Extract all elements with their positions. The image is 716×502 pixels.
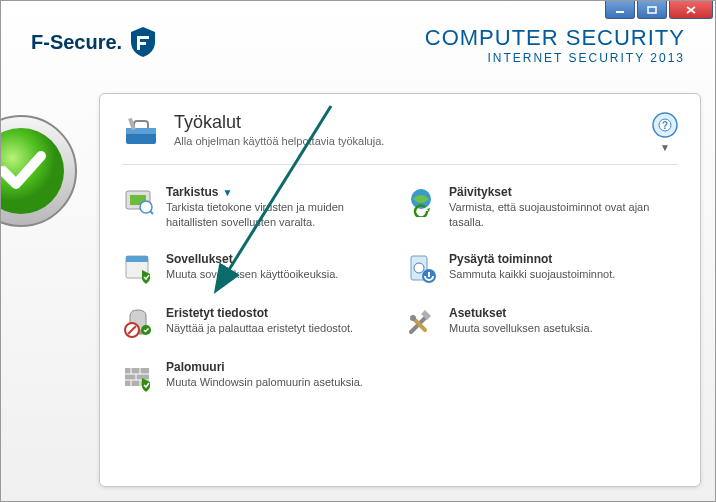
svg-point-27: [410, 315, 416, 321]
maximize-button[interactable]: [637, 1, 667, 19]
tool-scan-title: Tarkistus ▼: [166, 185, 376, 199]
tool-updates-title: Päivitykset: [449, 185, 659, 199]
updates-icon: [405, 185, 437, 217]
svg-rect-8: [126, 128, 156, 134]
tool-scan[interactable]: Tarkistus ▼ Tarkista tietokone virusten …: [122, 185, 395, 230]
panel-subtitle: Alla ohjelman käyttöä helpottavia työkal…: [174, 135, 384, 147]
toolbox-icon: [122, 112, 160, 150]
svg-line-16: [150, 211, 153, 214]
close-button[interactable]: [669, 1, 713, 19]
app-title: COMPUTER SECURITY: [425, 25, 685, 51]
brand-name: F-Secure.: [31, 31, 122, 54]
tool-firewall[interactable]: Palomuuri Muuta Windowsin palomuurin ase…: [122, 360, 395, 392]
firewall-icon: [122, 360, 154, 392]
panel-title: Työkalut: [174, 112, 384, 133]
apps-icon: [122, 252, 154, 284]
tool-quarantine-title: Eristetyt tiedostot: [166, 306, 353, 320]
tool-stop-desc: Sammuta kaikki suojaustoiminnot.: [449, 267, 615, 282]
tool-apps[interactable]: Sovellukset Muuta sovelluksen käyttöoike…: [122, 252, 395, 284]
svg-rect-0: [616, 11, 624, 13]
dropdown-arrow-icon: ▼: [222, 187, 232, 198]
tools-grid: Tarkistus ▼ Tarkista tietokone virusten …: [122, 165, 678, 392]
svg-text:?: ?: [662, 120, 668, 131]
svg-point-21: [414, 263, 424, 273]
help-button[interactable]: ? ▼: [652, 112, 678, 153]
tool-updates[interactable]: Päivitykset Varmista, että suojaustoimin…: [405, 185, 678, 230]
tool-firewall-desc: Muuta Windowsin palomuurin asetuksia.: [166, 375, 363, 390]
window-controls: [603, 1, 715, 19]
tool-quarantine[interactable]: Eristetyt tiedostot Näyttää ja palauttaa…: [122, 306, 395, 338]
tool-settings[interactable]: Asetukset Muuta sovelluksen asetuksia.: [405, 306, 678, 338]
tool-quarantine-desc: Näyttää ja palauttaa eristetyt tiedostot…: [166, 321, 353, 336]
minimize-button[interactable]: [605, 1, 635, 19]
tool-apps-title: Sovellukset: [166, 252, 338, 266]
panel-header: Työkalut Alla ohjelman käyttöä helpottav…: [122, 112, 678, 165]
scan-icon: [122, 185, 154, 217]
tool-firewall-title: Palomuuri: [166, 360, 363, 374]
svg-rect-19: [126, 256, 148, 262]
tool-stop-title: Pysäytä toiminnot: [449, 252, 615, 266]
quarantine-icon: [122, 306, 154, 338]
tool-updates-desc: Varmista, että suojaustoiminnot ovat aja…: [449, 200, 659, 230]
app-subtitle: INTERNET SECURITY 2013: [425, 51, 685, 65]
title-block: COMPUTER SECURITY INTERNET SECURITY 2013: [425, 25, 685, 65]
tool-stop[interactable]: Pysäytä toiminnot Sammuta kaikki suojaus…: [405, 252, 678, 284]
tool-scan-desc: Tarkista tietokone virusten ja muiden ha…: [166, 200, 376, 230]
brand: F-Secure.: [31, 25, 158, 59]
tool-apps-desc: Muuta sovelluksen käyttöoikeuksia.: [166, 267, 338, 282]
tools-panel: Työkalut Alla ohjelman käyttöä helpottav…: [99, 93, 701, 487]
help-icon: ?: [652, 112, 678, 138]
stop-icon: [405, 252, 437, 284]
svg-rect-1: [648, 7, 656, 13]
status-shield-icon: [0, 111, 81, 231]
chevron-down-icon: ▼: [660, 142, 670, 153]
tool-settings-title: Asetukset: [449, 306, 593, 320]
brand-logo-icon: [128, 25, 158, 59]
tool-settings-desc: Muuta sovelluksen asetuksia.: [449, 321, 593, 336]
svg-rect-4: [137, 42, 146, 45]
settings-icon: [405, 306, 437, 338]
